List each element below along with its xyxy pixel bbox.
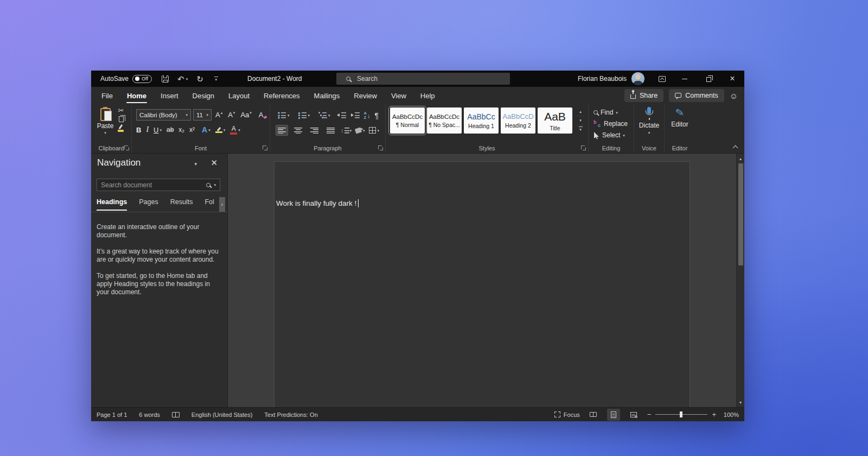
increase-indent-button[interactable]	[350, 112, 360, 119]
navigation-search-box[interactable]: ▾	[97, 179, 220, 191]
document-page[interactable]	[274, 161, 690, 407]
tab-insert[interactable]: Insert	[154, 87, 186, 104]
navigation-options-chevron[interactable]: ▾	[194, 161, 197, 167]
find-button[interactable]: Find ▾	[593, 109, 618, 116]
format-painter-icon[interactable]	[117, 124, 125, 132]
nav-tab-follow[interactable]: Follow	[205, 198, 214, 211]
grow-font-button[interactable]: A▴	[214, 111, 224, 119]
comments-button[interactable]: Comments	[669, 89, 724, 102]
show-hide-marks-button[interactable]: ¶	[374, 112, 379, 119]
document-text[interactable]: Work is finally fully dark !	[276, 199, 359, 207]
cut-icon[interactable]: ✂	[118, 107, 124, 114]
style-normal[interactable]: AaBbCcDc ¶ Normal	[390, 107, 425, 134]
paragraph-dialog-launcher[interactable]	[378, 145, 383, 150]
tab-design[interactable]: Design	[186, 87, 221, 104]
numbering-button[interactable]: ▾	[296, 110, 312, 121]
bullets-button[interactable]: ▾	[276, 110, 292, 121]
quick-access-toolbar-button[interactable]: ▾	[214, 77, 218, 81]
underline-button[interactable]: U ▾	[154, 126, 162, 134]
zoom-level[interactable]: 100%	[720, 411, 739, 418]
nav-tab-headings[interactable]: Headings	[97, 198, 127, 211]
styles-scroll-up-button[interactable]: ▴	[576, 107, 585, 116]
vertical-scrollbar[interactable]: ▲ ▼	[736, 154, 744, 407]
font-dialog-launcher[interactable]	[263, 145, 267, 150]
style-no-spacing[interactable]: AaBbCcDc ¶ No Spac...	[427, 107, 462, 134]
borders-button[interactable]: ▾	[369, 127, 380, 134]
shading-button[interactable]: ▾	[355, 128, 365, 133]
justify-button[interactable]	[324, 125, 337, 136]
nav-tab-pages[interactable]: Pages	[139, 198, 158, 211]
shrink-font-button[interactable]: A▾	[226, 111, 237, 119]
save-icon[interactable]	[162, 75, 169, 83]
editor-button[interactable]: ✎ Editor	[665, 107, 695, 128]
dictate-button[interactable]: Dictate ▾	[634, 107, 664, 135]
sort-button[interactable]: AZ ↓	[364, 111, 371, 119]
navigation-close-button[interactable]: ✕	[210, 158, 218, 168]
close-button[interactable]: ×	[720, 71, 744, 87]
line-spacing-button[interactable]: ↕▾	[341, 127, 352, 134]
styles-more-button[interactable]: ▾	[576, 125, 585, 134]
styles-dialog-launcher[interactable]	[581, 145, 586, 150]
replace-button[interactable]: bc Replace	[593, 120, 628, 128]
text-effects-button[interactable]: A ▾	[202, 125, 210, 134]
decrease-indent-button[interactable]	[337, 112, 346, 119]
focus-button[interactable]: Focus	[554, 411, 580, 418]
font-color-button[interactable]: A ▾	[230, 125, 240, 135]
web-layout-button[interactable]	[627, 409, 640, 421]
scrollbar-thumb[interactable]	[738, 163, 743, 265]
collapse-ribbon-button[interactable]	[733, 144, 738, 149]
read-mode-button[interactable]	[587, 409, 600, 421]
proofing-book-icon[interactable]	[172, 412, 180, 417]
tab-review[interactable]: Review	[347, 87, 384, 104]
autosave-toggle[interactable]: AutoSave Off	[100, 75, 152, 83]
style-title[interactable]: AaB Title	[538, 107, 572, 134]
style-heading-1[interactable]: AaBbCc Heading 1	[464, 107, 499, 134]
zoom-out-button[interactable]: −	[647, 410, 652, 419]
nav-tab-results[interactable]: Results	[170, 198, 193, 211]
italic-button[interactable]: I	[146, 125, 149, 134]
paste-button[interactable]: Paste ▾	[95, 108, 115, 135]
tab-file[interactable]: File	[94, 87, 120, 104]
strikethrough-button[interactable]: ab	[167, 126, 174, 134]
tab-home[interactable]: Home	[120, 87, 154, 104]
tab-mailings[interactable]: Mailings	[307, 87, 347, 104]
tab-view[interactable]: View	[384, 87, 413, 104]
text-predictions-indicator[interactable]: Text Predictions: On	[264, 411, 317, 418]
zoom-in-button[interactable]: +	[712, 410, 716, 419]
multilevel-list-button[interactable]: ▾	[316, 110, 333, 121]
user-avatar[interactable]	[631, 72, 644, 85]
scroll-up-arrow[interactable]: ▲	[737, 155, 744, 162]
change-case-button[interactable]: Aa▾	[239, 111, 253, 119]
zoom-slider[interactable]	[655, 414, 707, 415]
share-button[interactable]: Share	[624, 89, 663, 102]
language-indicator[interactable]: English (United States)	[192, 411, 253, 418]
bold-button[interactable]: B	[136, 126, 141, 134]
subscript-button[interactable]: x₂	[178, 126, 184, 134]
copy-icon[interactable]	[119, 116, 124, 122]
clear-formatting-button[interactable]: A	[259, 111, 264, 119]
align-center-button[interactable]	[292, 125, 304, 136]
tab-references[interactable]: References	[257, 87, 307, 104]
scroll-down-arrow[interactable]: ▼	[737, 398, 744, 406]
align-right-button[interactable]	[308, 125, 321, 136]
undo-button[interactable]: ↶ ▾	[177, 75, 188, 83]
ribbon-display-options-button[interactable]	[651, 71, 673, 87]
nav-tabs-scroll-arrow[interactable]: ›	[219, 197, 225, 212]
tab-layout[interactable]: Layout	[221, 87, 257, 104]
superscript-button[interactable]: x²	[189, 126, 195, 134]
styles-scroll-down-button[interactable]: ▾	[576, 116, 585, 125]
tab-help[interactable]: Help	[413, 87, 442, 104]
highlight-button[interactable]: ▾	[215, 127, 226, 134]
user-name[interactable]: Florian Beaubois	[578, 75, 627, 83]
font-family-combobox[interactable]: Calibri (Body) ▾	[136, 109, 191, 121]
word-count[interactable]: 6 words	[139, 411, 160, 418]
search-bar[interactable]	[336, 73, 510, 85]
select-button[interactable]: Select ▾	[593, 131, 625, 139]
redo-button[interactable]: ↻	[196, 75, 203, 83]
minimize-button[interactable]	[673, 71, 697, 87]
feedback-smiley-icon[interactable]: ☺	[730, 91, 738, 100]
print-layout-button[interactable]	[607, 409, 620, 421]
clipboard-dialog-launcher[interactable]	[124, 145, 129, 150]
zoom-slider-thumb[interactable]	[680, 411, 682, 417]
restore-button[interactable]	[697, 71, 720, 87]
